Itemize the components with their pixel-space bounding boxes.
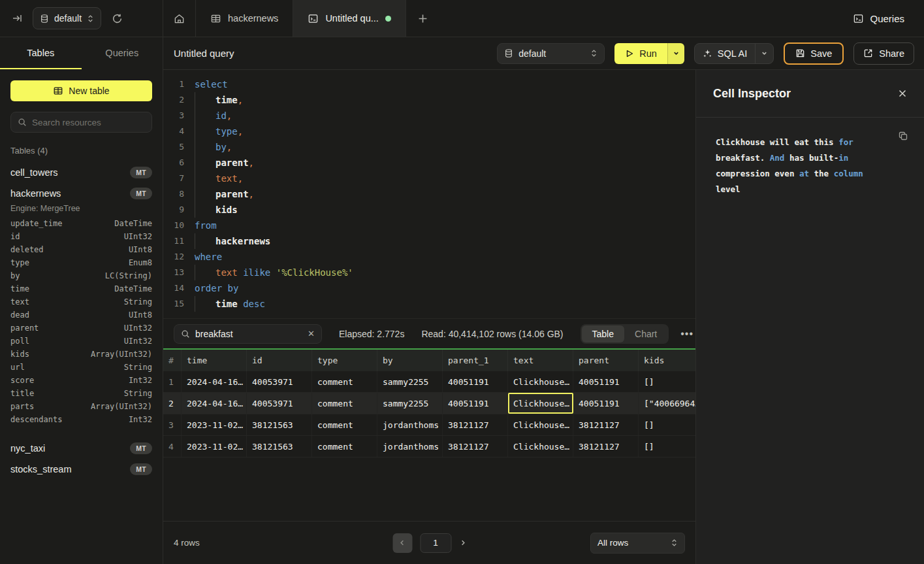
table-cell[interactable]: ["40066964… xyxy=(639,393,695,414)
schema-column-row[interactable]: scoreInt32 xyxy=(10,374,152,387)
page-number[interactable]: 1 xyxy=(420,533,451,553)
sidebar-item-stocks-stream[interactable]: stocks_stream MT xyxy=(10,459,152,480)
table-cell[interactable]: comment xyxy=(312,371,377,392)
schema-column-row[interactable]: partsArray(UInt32) xyxy=(10,400,152,413)
toolbar-database-select[interactable]: default xyxy=(497,43,605,64)
schema-column-row[interactable]: descendantsInt32 xyxy=(10,413,152,426)
table-cell[interactable]: Clickhouse… xyxy=(508,414,573,435)
table-cell[interactable]: [] xyxy=(639,414,695,435)
table-row[interactable]: 42023-11-02…38121563commentjordanthoms38… xyxy=(163,436,695,457)
column-header[interactable]: type xyxy=(312,350,377,371)
sidebar-item-hackernews[interactable]: hackernews MT xyxy=(10,183,152,204)
table-cell[interactable]: Clickhouse… xyxy=(508,393,573,414)
table-cell[interactable]: 40051191 xyxy=(443,393,508,414)
schema-column-row[interactable]: deadUInt8 xyxy=(10,308,152,322)
tab-home[interactable] xyxy=(163,0,196,37)
schema-column-row[interactable]: timeDateTime xyxy=(10,282,152,295)
code-line[interactable]: 2time, xyxy=(163,92,695,108)
schema-column-row[interactable]: textString xyxy=(10,295,152,308)
code-line[interactable]: 1select xyxy=(163,76,695,92)
sidebar-tab-tables[interactable]: Tables xyxy=(0,37,82,69)
share-button[interactable]: Share xyxy=(853,42,914,65)
schema-column-row[interactable]: deletedUInt8 xyxy=(10,243,152,256)
code-line[interactable]: 9kids xyxy=(163,202,695,218)
collapse-sidebar-icon[interactable] xyxy=(9,10,25,26)
schema-column-row[interactable]: urlString xyxy=(10,361,152,374)
code-line[interactable]: 8parent, xyxy=(163,186,695,202)
sql-ai-button[interactable]: SQL AI xyxy=(694,43,774,64)
close-icon[interactable] xyxy=(898,89,907,98)
column-header[interactable]: parent_1 xyxy=(443,350,508,371)
sql-ai-main[interactable]: SQL AI xyxy=(695,44,755,63)
code-line[interactable]: 3id, xyxy=(163,108,695,124)
table-cell[interactable]: Clickhouse… xyxy=(508,371,573,392)
queries-button[interactable]: Queries xyxy=(846,0,924,37)
table-cell[interactable]: Clickhouse… xyxy=(508,436,573,457)
table-cell[interactable]: jordanthoms xyxy=(377,436,443,457)
tab-untitled-query[interactable]: Untitled qu... xyxy=(293,0,406,37)
column-header[interactable]: time xyxy=(182,350,247,371)
schema-column-row[interactable]: titleString xyxy=(10,387,152,400)
schema-column-row[interactable]: byLC(String) xyxy=(10,269,152,282)
column-header[interactable]: text xyxy=(508,350,573,371)
sidebar-item-cell-towers[interactable]: cell_towers MT xyxy=(10,162,152,183)
tab-hackernews[interactable]: hackernews xyxy=(196,0,293,37)
schema-column-row[interactable]: typeEnum8 xyxy=(10,256,152,269)
copy-icon[interactable] xyxy=(898,131,908,141)
schema-column-row[interactable]: pollUInt32 xyxy=(10,335,152,348)
topbar-database-select[interactable]: default xyxy=(33,7,101,29)
column-header[interactable]: parent xyxy=(573,350,639,371)
table-cell[interactable]: 40051191 xyxy=(573,371,639,392)
table-cell[interactable]: 2024-04-16… xyxy=(182,393,247,414)
run-button[interactable]: Run xyxy=(614,43,684,64)
column-header[interactable]: kids xyxy=(639,350,695,371)
schema-column-row[interactable]: kidsArray(UInt32) xyxy=(10,348,152,361)
results-search-input[interactable] xyxy=(195,329,302,339)
view-option-table[interactable]: Table xyxy=(582,325,624,342)
sql-ai-caret[interactable] xyxy=(755,44,773,63)
table-cell[interactable]: 40053971 xyxy=(247,371,312,392)
new-table-button[interactable]: New table xyxy=(10,80,152,101)
code-line[interactable]: 4type, xyxy=(163,124,695,139)
column-header[interactable]: by xyxy=(377,350,443,371)
view-option-chart[interactable]: Chart xyxy=(624,325,667,342)
table-cell[interactable]: sammy2255 xyxy=(377,371,443,392)
table-cell[interactable]: sammy2255 xyxy=(377,393,443,414)
table-cell[interactable]: [] xyxy=(639,436,695,457)
code-line[interactable]: 10from xyxy=(163,218,695,233)
results-search[interactable]: ✕ xyxy=(174,324,322,344)
sidebar-search-input[interactable] xyxy=(32,118,145,127)
code-line[interactable]: 15time desc xyxy=(163,296,695,312)
sidebar-search[interactable] xyxy=(10,112,152,133)
table-cell[interactable]: 38121127 xyxy=(573,414,639,435)
run-options-caret[interactable] xyxy=(667,43,684,64)
table-cell[interactable]: comment xyxy=(312,393,377,414)
table-row[interactable]: 12024-04-16…40053971commentsammy22554005… xyxy=(163,371,695,393)
sql-editor[interactable]: 1select2time,3id,4type,5by,6parent,7text… xyxy=(163,70,695,318)
table-row[interactable]: 32023-11-02…38121563commentjordanthoms38… xyxy=(163,414,695,436)
more-options-icon[interactable]: ••• xyxy=(678,327,696,341)
clear-search-icon[interactable]: ✕ xyxy=(308,329,315,339)
table-cell[interactable]: 2023-11-02… xyxy=(182,436,247,457)
table-cell[interactable]: 2023-11-02… xyxy=(182,414,247,435)
new-tab-button[interactable] xyxy=(406,0,440,37)
refresh-icon[interactable] xyxy=(109,10,125,27)
sidebar-tab-queries[interactable]: Queries xyxy=(82,37,163,69)
table-cell[interactable]: 40051191 xyxy=(443,371,508,392)
column-header[interactable]: id xyxy=(247,350,312,371)
column-header[interactable]: # xyxy=(163,350,182,371)
table-cell[interactable]: 38121127 xyxy=(443,436,508,457)
table-cell[interactable]: comment xyxy=(312,414,377,435)
code-line[interactable]: 6parent, xyxy=(163,155,695,171)
run-button-main[interactable]: Run xyxy=(614,43,667,64)
table-cell[interactable]: comment xyxy=(312,436,377,457)
code-line[interactable]: 5by, xyxy=(163,139,695,155)
table-cell[interactable]: 38121127 xyxy=(443,414,508,435)
table-cell[interactable]: 38121563 xyxy=(247,414,312,435)
code-line[interactable]: 11hackernews xyxy=(163,233,695,249)
table-cell[interactable]: 40053971 xyxy=(247,393,312,414)
table-cell[interactable]: [] xyxy=(639,371,695,392)
code-line[interactable]: 14order by xyxy=(163,280,695,296)
schema-column-row[interactable]: update_timeDateTime xyxy=(10,217,152,230)
prev-page-button[interactable] xyxy=(392,533,412,553)
